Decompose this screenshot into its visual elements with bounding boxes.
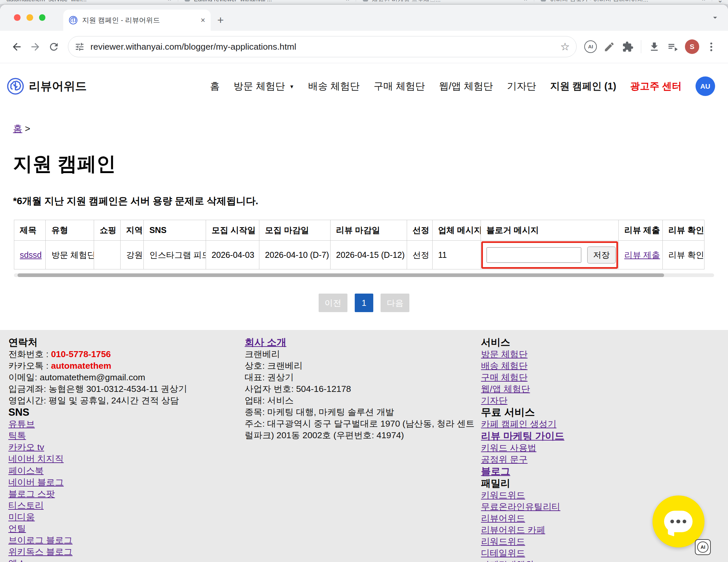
close-icon[interactable]: ×	[702, 0, 705, 2]
footer-company-column: 회사 소개 크랜베리상호: 크랜베리대표: 권상기사업자 번호: 504-16-…	[245, 336, 481, 562]
footer-sns-link[interactable]: 틱톡	[8, 431, 26, 440]
footer-family-link[interactable]: 리뷰어위드	[481, 513, 525, 523]
background-window-tabstrip: automatethem_service_with... × Editing r…	[0, 0, 728, 5]
footer-sns-link[interactable]: 티스토리	[8, 500, 44, 510]
fullscreen-window-button[interactable]	[39, 14, 46, 21]
cell-sns: 인스타그램 피드	[144, 241, 206, 270]
footer-family-link[interactable]: 리뷰어위드 카페	[481, 525, 545, 535]
list-item: 페이스북	[8, 465, 245, 477]
footer-sns-link[interactable]: 미디움	[8, 512, 35, 522]
footer-phone-line: 전화번호 : 010-5778-1756	[8, 348, 245, 360]
background-tab[interactable]: automatethem_service_with... ×	[0, 0, 178, 2]
profile-avatar[interactable]: S	[685, 39, 699, 54]
footer-service-link[interactable]: 방문 체험단	[481, 349, 528, 359]
chevron-down-icon[interactable]: ⌄	[712, 0, 728, 2]
scrollbar-thumb[interactable]	[18, 274, 664, 277]
background-tab[interactable]: 체험단 마케팅 프로세스... ×	[356, 0, 534, 2]
footer-company-title-link[interactable]: 회사 소개	[245, 336, 286, 348]
footer-free-service-links: 카페 캠페인 생성기	[481, 418, 719, 430]
save-button[interactable]: 저장	[587, 247, 616, 263]
footer-service-link[interactable]: 배송 체험단	[481, 361, 528, 371]
nav-visit-campaign[interactable]: 방문 체험단▼	[234, 80, 294, 93]
site-header: 리뷰어위드 홈 방문 체험단▼ 배송 체험단 구매 체험단 웹/앱 체험단 기자…	[0, 63, 728, 110]
footer-guide-link[interactable]: 키워드 사용법	[481, 443, 536, 453]
user-avatar[interactable]: AU	[696, 77, 715, 96]
bookmark-star-icon[interactable]: ☆	[560, 40, 570, 53]
nav-home[interactable]: 홈	[210, 80, 220, 93]
site-info-icon[interactable]	[75, 42, 85, 52]
close-icon[interactable]: ×	[524, 0, 528, 2]
close-window-button[interactable]	[14, 14, 21, 21]
footer-family-link[interactable]: 리워드위드	[481, 536, 525, 546]
favicon-icon	[184, 0, 190, 2]
campaign-title-link[interactable]: sdssd	[20, 250, 42, 260]
footer-sns-link[interactable]: 엑스	[8, 558, 26, 562]
pagination-next-button[interactable]: 다음	[381, 293, 409, 312]
downloads-button[interactable]	[645, 37, 663, 56]
close-icon[interactable]: ×	[168, 0, 171, 2]
nav-webapp-campaign[interactable]: 웹/앱 체험단	[439, 80, 493, 93]
footer-family-link[interactable]: 마케팅대행위드	[481, 560, 543, 562]
footer-sns-link[interactable]: 유튜브	[8, 419, 35, 429]
footer-sns-link[interactable]: 네이버 블로그	[8, 477, 64, 487]
horizontal-scrollbar[interactable]	[14, 274, 714, 277]
tab-search-button[interactable]	[708, 11, 721, 24]
chat-dot	[670, 520, 674, 523]
footer-sns-link[interactable]: 위키독스 블로그	[8, 547, 73, 557]
pagination-page-1[interactable]: 1	[355, 293, 373, 312]
close-icon[interactable]: ×	[201, 16, 205, 24]
breadcrumb-home-link[interactable]: 홈	[13, 124, 22, 134]
footer-sns-link[interactable]: 브이로그 블로그	[8, 535, 73, 545]
nav-my-applications[interactable]: 지원 캠페인 (1)	[550, 80, 616, 93]
blogger-message-input[interactable]	[487, 247, 581, 263]
footer-sns-link[interactable]: 카카오 tv	[8, 442, 44, 452]
background-tab-title: automatethem_service_with...	[7, 0, 164, 2]
ai-extension-button[interactable]: AI	[581, 37, 600, 56]
back-button[interactable]	[7, 37, 26, 56]
review-submit-link[interactable]: 리뷰 제출	[624, 250, 660, 260]
brand-brain-icon	[7, 77, 24, 95]
background-tab[interactable]: 이미지 압축기 - 이미지 옵티마이저... ×	[534, 0, 712, 2]
queue-icon[interactable]	[663, 37, 682, 56]
nav-purchase-campaign[interactable]: 구매 체험단	[374, 80, 425, 93]
cell-review-check: 리뷰 확인	[663, 241, 704, 270]
footer-family-link[interactable]: 키워드위드	[481, 490, 525, 500]
edit-extension-button[interactable]	[600, 37, 618, 56]
footer-service-link[interactable]: 웹/앱 체험단	[481, 384, 530, 394]
reload-button[interactable]	[45, 37, 63, 56]
list-item: 유튜브	[8, 418, 245, 430]
nav-delivery-campaign[interactable]: 배송 체험단	[308, 80, 360, 93]
address-bar[interactable]: reviewer.withanyai.com/blogger/my-applic…	[68, 36, 577, 57]
footer-family-link[interactable]: 무료온라인유틸리티	[481, 502, 560, 512]
footer-sns-link[interactable]: 페이스북	[8, 466, 44, 476]
nav-press[interactable]: 기자단	[507, 80, 536, 93]
site-logo[interactable]: 리뷰어위드	[7, 77, 87, 95]
table-row: sdssd 방문 체험단 강원 인스타그램 피드 2026-04-03 2026…	[14, 241, 704, 270]
minimize-window-button[interactable]	[26, 14, 33, 21]
company-info-line: 크랜베리	[245, 348, 481, 360]
ai-badge[interactable]: AI	[695, 539, 711, 555]
forward-button[interactable]	[26, 37, 44, 56]
list-item: 방문 체험단	[481, 348, 719, 360]
new-tab-button[interactable]: +	[211, 10, 230, 30]
footer-blog-link[interactable]: 블로그	[481, 465, 719, 477]
background-tab[interactable]: Editing reviewer_withanyai ... ×	[178, 0, 356, 2]
footer-guide-link[interactable]: 공정위 문구	[481, 454, 528, 464]
footer-free-service-link[interactable]: 카페 캠페인 생성기	[481, 419, 556, 429]
footer-family-link[interactable]: 디테일위드	[481, 548, 525, 558]
active-tab[interactable]: 지원 캠페인 - 리뷰어위드 ×	[63, 10, 211, 30]
list-item: 카페 캠페인 생성기	[481, 418, 719, 430]
footer-review-guide-link[interactable]: 리뷰 마케팅 가이드	[481, 430, 719, 442]
close-icon[interactable]: ×	[346, 0, 349, 2]
menu-button[interactable]	[702, 37, 721, 56]
footer-sns-link[interactable]: 네이버 치지직	[8, 454, 64, 464]
list-item: 공정위 문구	[481, 454, 719, 465]
footer-service-link[interactable]: 기자단	[481, 395, 507, 405]
footer-service-link[interactable]: 구매 체험단	[481, 372, 528, 382]
nav-advertiser-center[interactable]: 광고주 센터	[630, 80, 682, 93]
list-item: 네이버 블로그	[8, 477, 245, 488]
footer-sns-link[interactable]: 언틸	[8, 524, 26, 534]
extensions-button[interactable]	[618, 37, 637, 56]
footer-sns-link[interactable]: 블로그 스팟	[8, 489, 55, 499]
pagination-prev-button[interactable]: 이전	[319, 293, 347, 312]
